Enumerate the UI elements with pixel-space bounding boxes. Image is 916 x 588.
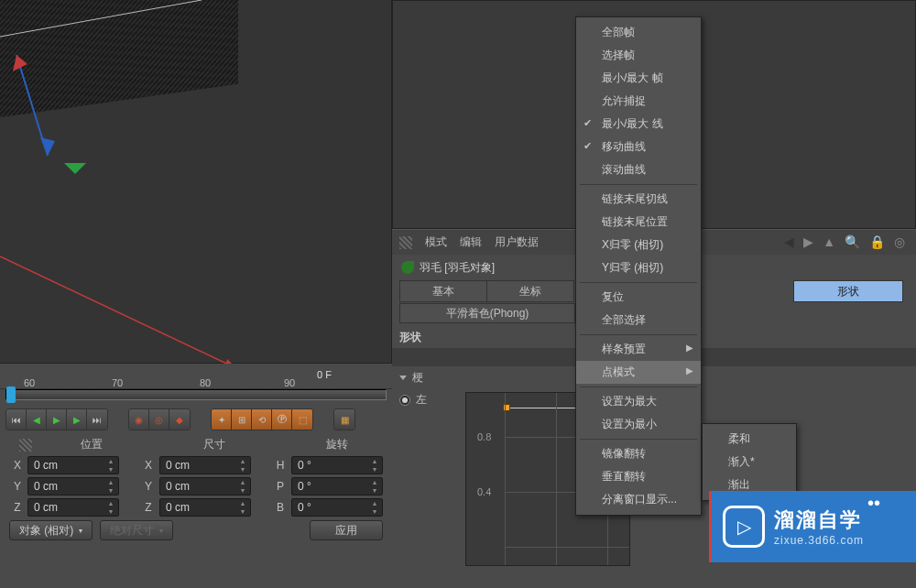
mesh-object: [0, 0, 238, 117]
menu-link-tail-position[interactable]: 链接末尾位置: [576, 211, 701, 234]
menu-mirror-h[interactable]: 镜像翻转: [576, 442, 701, 465]
tab-coord[interactable]: 坐标: [486, 280, 574, 302]
object-space-dropdown[interactable]: 对象 (相对)▾: [9, 520, 93, 540]
side-radio-group: 左: [399, 392, 427, 408]
key-param-button[interactable]: Ⓟ: [272, 409, 292, 430]
menu-set-max[interactable]: 设置为最大: [576, 390, 701, 413]
menu-separator: [580, 439, 697, 440]
menu-spline-preset[interactable]: 样条预置▶: [576, 338, 701, 361]
size-y-input[interactable]: 0 cm▴▾: [159, 477, 251, 495]
menu-edit[interactable]: 编辑: [460, 234, 482, 250]
coordinates-panel: 位置 尺寸 旋转 X 0 cm▴▾ X 0 cm▴▾ H 0 °▴▾ Y 0 c…: [0, 433, 392, 544]
submenu-ease-in[interactable]: 渐入*: [703, 451, 796, 474]
menu-separator: [580, 184, 697, 185]
pos-z-input[interactable]: 0 cm▴▾: [27, 498, 119, 517]
tab-basic[interactable]: 基本: [399, 280, 487, 302]
key-pla-button[interactable]: ⬚: [292, 409, 312, 430]
menu-select-all[interactable]: 全部选择: [576, 309, 701, 332]
menu-set-min[interactable]: 设置为最小: [576, 413, 701, 436]
menu-userdata[interactable]: 用户数据: [495, 234, 539, 250]
ruler-tick: 60: [24, 377, 35, 388]
hatch-icon: [399, 236, 412, 249]
expand-icon: [399, 376, 407, 380]
search-icon[interactable]: 🔍: [845, 234, 860, 249]
next-frame-button[interactable]: ▶: [67, 409, 87, 430]
menu-mirror-v[interactable]: 垂直翻转: [576, 465, 701, 488]
record-button[interactable]: ◉: [129, 409, 149, 430]
menu-yzero[interactable]: Y归零 (相切): [576, 256, 701, 279]
context-submenu[interactable]: 柔和 渐入* 渐出: [702, 423, 797, 501]
svg-marker-2: [40, 137, 55, 156]
radio-left[interactable]: [399, 395, 410, 406]
submenu-arrow-icon: ▶: [686, 365, 693, 376]
nav-up-icon[interactable]: ▲: [823, 234, 835, 249]
absolute-size-dropdown[interactable]: 绝对尺寸▾: [100, 520, 173, 540]
axis-label: P: [271, 480, 289, 493]
target-icon[interactable]: ◎: [894, 234, 905, 249]
graph-ytick: 0.8: [477, 431, 491, 442]
axis-label: Z: [139, 501, 158, 514]
lock-icon[interactable]: 🔒: [869, 234, 885, 249]
play-button[interactable]: ▶: [47, 409, 67, 430]
context-menu[interactable]: 全部帧 选择帧 最小/最大 帧 允许捕捉 ✔最小/最大 线 ✔移动曲线 滚动曲线…: [575, 16, 702, 516]
menu-split-window[interactable]: 分离窗口显示...: [576, 488, 701, 511]
graph-ytick: 0.4: [477, 486, 491, 497]
rot-p-input[interactable]: 0 °▴▾: [291, 477, 383, 495]
svg-marker-3: [64, 163, 86, 174]
autokey-button[interactable]: ◎: [149, 409, 169, 430]
key-scale-button[interactable]: ⊞: [232, 409, 252, 430]
menu-all-frames[interactable]: 全部帧: [576, 21, 701, 44]
menu-separator: [580, 282, 697, 283]
menu-link-tail-tangent[interactable]: 链接末尾切线: [576, 188, 701, 211]
pos-y-input[interactable]: 0 cm▴▾: [27, 477, 119, 495]
menu-minmax-frame[interactable]: 最小/最大 帧: [576, 67, 701, 90]
attribute-nav: ◀ ▶ ▲ 🔍 🔒 ◎: [784, 230, 905, 254]
size-x-input[interactable]: 0 cm▴▾: [159, 456, 251, 474]
menu-scroll-curve[interactable]: 滚动曲线: [576, 158, 701, 181]
feather-icon: [401, 261, 414, 274]
nav-back-icon[interactable]: ◀: [784, 234, 794, 249]
menu-separator: [580, 387, 697, 387]
key-pos-button[interactable]: ✦: [212, 409, 232, 430]
goto-start-button[interactable]: ⏮: [6, 409, 27, 430]
tab-shape[interactable]: 形状: [793, 280, 903, 302]
render-button[interactable]: ▦: [334, 409, 354, 430]
menu-mode[interactable]: 模式: [425, 234, 447, 250]
submenu-soft[interactable]: 柔和: [703, 428, 796, 451]
check-icon: ✔: [583, 117, 592, 129]
timeline-panel: 60 70 80 90 0 F ⏮ ◀ ▶ ▶ ⏭ ◉ ◎ ◆ ✦ ⊞ ⟲ Ⓟ …: [0, 364, 392, 586]
menu-allow-snap[interactable]: 允许捕捉: [576, 90, 701, 113]
watermark-badge: ▷ 溜溜自学 zixue.3d66.com ••: [709, 491, 916, 562]
menu-xzero[interactable]: X归零 (相切): [576, 234, 701, 256]
menu-point-mode[interactable]: 点模式▶: [576, 361, 701, 384]
section-shape-label: 形状: [399, 330, 421, 345]
menu-move-curve[interactable]: ✔移动曲线: [576, 136, 701, 158]
rot-b-input[interactable]: 0 °▴▾: [291, 498, 383, 517]
radio-left-label: 左: [416, 392, 427, 408]
menu-reset[interactable]: 复位: [576, 286, 701, 309]
nav-fwd-icon[interactable]: ▶: [803, 234, 813, 249]
ruler-tick: 80: [200, 377, 211, 388]
viewport-3d[interactable]: [0, 0, 392, 364]
param-gan-row[interactable]: 梗: [399, 370, 423, 386]
submenu-arrow-icon: ▶: [686, 343, 693, 353]
prev-frame-button[interactable]: ◀: [27, 409, 47, 430]
watermark-title: 溜溜自学: [774, 506, 864, 534]
keyframe-button[interactable]: ◆: [169, 409, 190, 430]
timeline-ruler[interactable]: 60 70 80 90 0 F: [0, 364, 392, 389]
goto-end-button[interactable]: ⏭: [87, 409, 107, 430]
key-rot-button[interactable]: ⟲: [252, 409, 272, 430]
menu-select-frames[interactable]: 选择帧: [576, 44, 701, 67]
playback-toolbar: ⏮ ◀ ▶ ▶ ⏭ ◉ ◎ ◆ ✦ ⊞ ⟲ Ⓟ ⬚ ▦: [0, 406, 392, 433]
axis-label: X: [139, 459, 158, 472]
menu-separator: [580, 334, 697, 335]
ruler-tick: 70: [112, 377, 123, 388]
menu-minmax-line[interactable]: ✔最小/最大 线: [576, 113, 701, 136]
timeline-cursor[interactable]: [6, 387, 16, 403]
size-z-input[interactable]: 0 cm▴▾: [159, 498, 251, 517]
timeline-scrollbar[interactable]: [5, 389, 387, 400]
pos-x-input[interactable]: 0 cm▴▾: [27, 456, 119, 474]
tab-phong[interactable]: 平滑着色(Phong): [399, 303, 575, 323]
apply-button[interactable]: 应用: [310, 520, 383, 540]
rot-h-input[interactable]: 0 °▴▾: [291, 456, 383, 474]
